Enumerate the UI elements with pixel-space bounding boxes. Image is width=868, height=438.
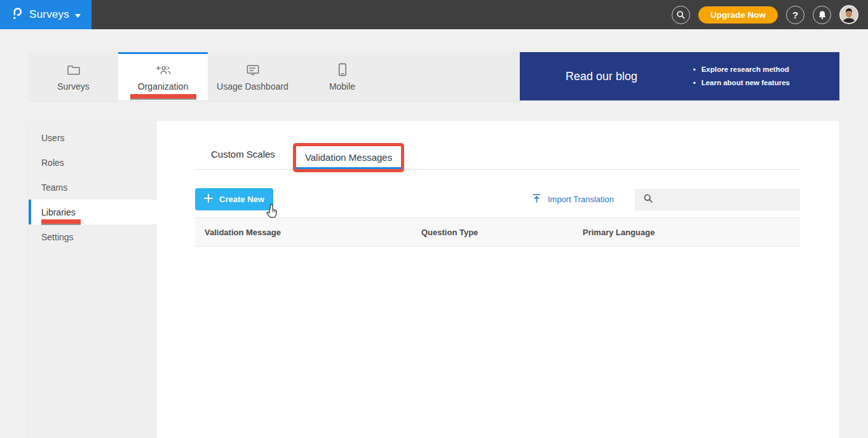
- topbar: Surveys Upgrade Now ?: [0, 0, 868, 29]
- table-search[interactable]: [635, 189, 800, 210]
- nav-tab-mobile[interactable]: Mobile: [297, 52, 387, 100]
- sidebar-item-users[interactable]: Users: [29, 125, 157, 150]
- search-icon[interactable]: [672, 6, 690, 24]
- nav-tab-organization[interactable]: Organization: [118, 52, 208, 100]
- sidebar-item-label: Users: [41, 133, 65, 143]
- main-panel: Users Roles Teams Libraries Settings Cus…: [29, 121, 839, 438]
- search-input[interactable]: [658, 195, 800, 204]
- annotation-box-validation-messages: Validation Messages: [293, 143, 404, 172]
- search-icon: [643, 193, 653, 206]
- sidebar-item-libraries[interactable]: Libraries: [29, 200, 157, 224]
- banner-title: Read our blog: [566, 70, 637, 83]
- tab-custom-scales[interactable]: Custom Scales: [211, 149, 275, 169]
- sidebar-item-label: Teams: [41, 182, 67, 193]
- mobile-icon: [338, 63, 347, 77]
- annotation-underline-organization: [130, 94, 196, 99]
- nav-tabs: Surveys Organization: [29, 52, 387, 100]
- content-tabs: Custom Scales Validation Messages: [195, 121, 800, 170]
- sidebar-item-label: Libraries: [41, 207, 76, 217]
- create-new-button[interactable]: Create New: [195, 188, 273, 210]
- column-header-primary-language: Primary Language: [583, 228, 800, 237]
- content-area: Custom Scales Validation Messages Create…: [157, 121, 839, 438]
- upgrade-now-button[interactable]: Upgrade Now: [698, 6, 778, 24]
- nav-tab-label: Surveys: [57, 81, 90, 92]
- questionpro-logo-icon: [11, 6, 24, 23]
- annotation-underline-libraries: [41, 219, 81, 224]
- import-translation-label: Import Translation: [548, 195, 614, 204]
- sidebar-item-teams[interactable]: Teams: [29, 175, 157, 200]
- help-icon[interactable]: ?: [786, 6, 804, 24]
- chevron-down-icon: [75, 9, 81, 20]
- blog-banner[interactable]: Read our blog Explore research method Le…: [520, 52, 839, 100]
- toolbar: Create New Import Translation: [195, 188, 800, 210]
- import-upload-icon: [532, 193, 541, 205]
- sidebar-item-settings[interactable]: Settings: [29, 224, 157, 249]
- table-header-row: Validation Message Question Type Primary…: [195, 217, 800, 247]
- import-translation-link[interactable]: Import Translation: [532, 193, 614, 205]
- sidebar: Users Roles Teams Libraries Settings: [29, 121, 157, 438]
- create-new-label: Create New: [219, 195, 264, 204]
- folder-icon: [67, 63, 81, 77]
- sidebar-item-roles[interactable]: Roles: [29, 150, 157, 175]
- primary-nav: Surveys Organization: [29, 52, 839, 100]
- tab-validation-messages[interactable]: Validation Messages: [296, 146, 401, 169]
- sidebar-item-label: Settings: [41, 232, 74, 242]
- notifications-bell-icon[interactable]: [813, 6, 831, 24]
- column-header-validation-message: Validation Message: [195, 228, 421, 237]
- avatar[interactable]: [839, 5, 858, 24]
- sidebar-item-label: Roles: [41, 158, 64, 168]
- product-switcher[interactable]: Surveys: [0, 0, 92, 29]
- dashboard-icon: [246, 63, 260, 77]
- banner-bullets: Explore research method Learn about new …: [693, 63, 790, 90]
- topbar-actions: Upgrade Now ?: [672, 5, 868, 24]
- plus-icon: [204, 194, 213, 205]
- person-add-icon: [155, 63, 172, 77]
- nav-tab-usage-dashboard[interactable]: Usage Dashboard: [208, 52, 297, 100]
- banner-bullet: Learn about new features: [693, 76, 790, 90]
- nav-tab-label: Organization: [138, 81, 188, 92]
- column-header-question-type: Question Type: [421, 228, 583, 237]
- nav-tab-surveys[interactable]: Surveys: [29, 52, 118, 100]
- nav-tab-label: Usage Dashboard: [217, 81, 288, 92]
- product-label: Surveys: [29, 8, 69, 21]
- banner-bullet: Explore research method: [693, 63, 790, 76]
- nav-tab-label: Mobile: [329, 81, 355, 92]
